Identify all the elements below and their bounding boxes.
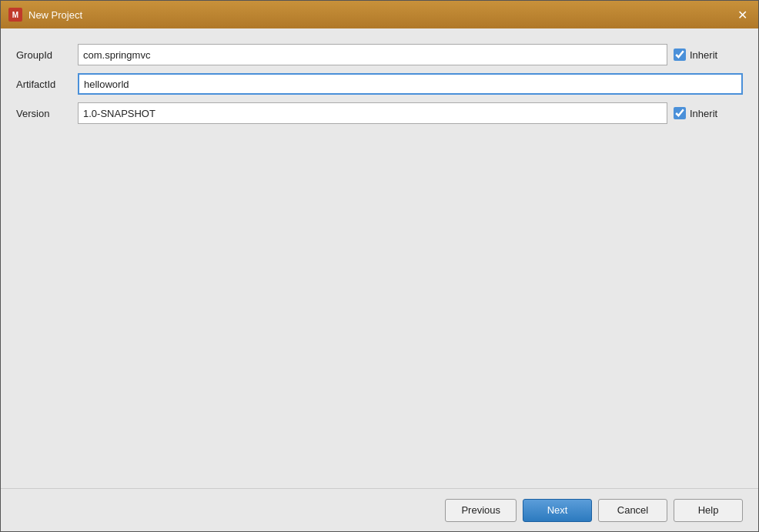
next-button[interactable]: Next xyxy=(523,499,592,522)
groupid-inherit-checkbox[interactable] xyxy=(674,49,686,61)
groupid-input[interactable] xyxy=(78,44,667,65)
previous-button[interactable]: Previous xyxy=(445,499,517,522)
cancel-button[interactable]: Cancel xyxy=(598,499,667,522)
version-input[interactable] xyxy=(78,102,667,124)
new-project-dialog: M New Project ✕ GroupId Inherit Artifact… xyxy=(0,0,759,532)
artifactid-label: ArtifactId xyxy=(16,79,78,90)
dialog-title: New Project xyxy=(28,9,82,21)
groupid-label: GroupId xyxy=(16,49,78,61)
version-label: Version xyxy=(16,108,78,119)
form-content: GroupId Inherit ArtifactId Version Inher… xyxy=(1,28,758,488)
artifactid-row: ArtifactId xyxy=(16,73,743,95)
version-inherit-wrap: Inherit xyxy=(674,107,743,119)
title-bar: M New Project ✕ xyxy=(1,1,758,28)
app-icon: M xyxy=(8,8,22,22)
groupid-row: GroupId Inherit xyxy=(16,44,743,65)
groupid-inherit-label: Inherit xyxy=(690,49,717,61)
version-inherit-checkbox[interactable] xyxy=(674,107,686,119)
close-button[interactable]: ✕ xyxy=(734,6,751,23)
artifactid-input[interactable] xyxy=(78,73,743,95)
title-bar-left: M New Project xyxy=(8,8,82,22)
help-button[interactable]: Help xyxy=(674,499,743,522)
groupid-inherit-wrap: Inherit xyxy=(674,49,743,61)
dialog-footer: Previous Next Cancel Help xyxy=(1,488,758,531)
version-inherit-label: Inherit xyxy=(690,108,717,119)
version-row: Version Inherit xyxy=(16,102,743,124)
